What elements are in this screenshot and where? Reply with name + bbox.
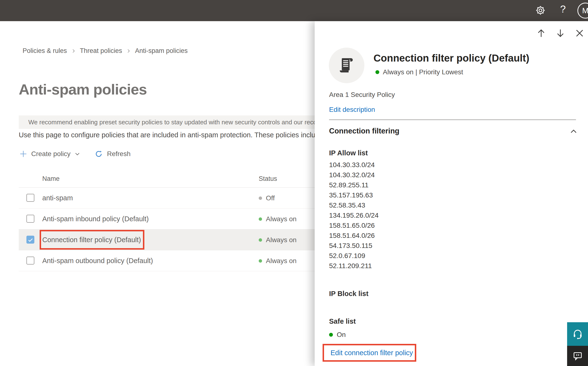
policy-description: Area 1 Security Policy [329, 91, 395, 99]
status-label: Always on [266, 215, 297, 223]
status-dot [259, 217, 262, 221]
column-header-status[interactable]: Status [259, 175, 277, 183]
feedback-button[interactable] [567, 346, 588, 366]
table-header: Name Status [19, 171, 324, 188]
annotation-box: Edit connection filter policy [323, 344, 416, 362]
policy-table: Name Status anti-spam Off Anti-spam inbo… [19, 171, 324, 271]
refresh-label: Refresh [107, 150, 130, 158]
policy-name: anti-spam [42, 194, 73, 202]
status-dot [259, 197, 262, 200]
ip-allow-entry: 35.157.195.63 [329, 190, 379, 200]
edit-description-link[interactable]: Edit description [329, 106, 375, 114]
row-checkbox[interactable] [26, 257, 34, 265]
panel-navigation [536, 28, 585, 38]
ip-allow-entry: 104.30.32.0/24 [329, 170, 379, 180]
ip-block-list-title: IP Block list [329, 290, 368, 298]
row-checkbox[interactable] [26, 236, 34, 244]
banner-text: We recommend enabling preset security po… [28, 119, 315, 126]
chevron-up-icon[interactable] [569, 127, 578, 136]
next-item-icon[interactable] [555, 28, 566, 38]
policy-name: Anti-spam outbound policy (Default) [42, 257, 153, 265]
status-label: Always on [266, 257, 297, 265]
status-label: Off [266, 194, 275, 202]
breadcrumb: Policies & rules Threat policies Anti-sp… [22, 47, 188, 55]
recommendation-banner: We recommend enabling preset security po… [19, 115, 315, 129]
chevron-down-icon [74, 151, 81, 157]
refresh-icon [94, 150, 103, 158]
check-icon [28, 237, 33, 243]
breadcrumb-threat-policies[interactable]: Threat policies [80, 47, 122, 55]
row-checkbox[interactable] [26, 194, 34, 202]
row-checkbox[interactable] [26, 215, 34, 223]
ip-allow-entry: 52.11.209.211 [329, 261, 379, 271]
settings-icon[interactable] [535, 5, 546, 16]
chevron-right-icon [126, 48, 131, 54]
table-row[interactable]: Anti-spam inbound policy (Default) Alway… [19, 208, 324, 229]
ip-allow-entry: 54.173.50.115 [329, 240, 379, 251]
ip-allow-entry: 158.51.65.0/26 [329, 220, 379, 230]
help-icon[interactable]: ? [560, 3, 566, 15]
table-row[interactable]: Anti-spam outbound policy (Default) Alwa… [19, 250, 324, 271]
status-dot [259, 238, 262, 242]
policy-name: Connection filter policy (Default) [42, 236, 141, 244]
ip-allow-entry: 52.0.67.109 [329, 251, 379, 261]
ip-allow-entry: 52.89.255.11 [329, 180, 379, 190]
panel-status-label: Always on | Priority Lowest [383, 68, 463, 76]
refresh-button[interactable]: Refresh [94, 150, 130, 158]
divider [329, 120, 576, 120]
plus-icon [19, 150, 27, 158]
create-policy-label: Create policy [31, 150, 70, 158]
status-label: Always on [266, 236, 297, 244]
panel-title: Connection filter policy (Default) [374, 53, 529, 64]
ip-allow-entry: 134.195.26.0/24 [329, 210, 379, 220]
top-app-bar: ? M [0, 0, 588, 21]
status-dot [329, 333, 333, 337]
ip-allow-list: 104.30.33.0/24 104.30.32.0/24 52.89.255.… [329, 160, 379, 271]
ip-allow-list-title: IP Allow list [329, 149, 368, 157]
previous-item-icon[interactable] [536, 28, 546, 38]
support-button[interactable] [567, 322, 588, 346]
breadcrumb-policies-rules[interactable]: Policies & rules [22, 47, 67, 55]
safe-list-status-label: On [337, 331, 346, 339]
policy-status: Off [259, 194, 275, 202]
ip-allow-entry: 158.51.64.0/26 [329, 230, 379, 240]
page-title: Anti-spam policies [19, 81, 147, 98]
column-header-name[interactable]: Name [42, 175, 59, 183]
ip-allow-entry: 104.30.33.0/24 [329, 160, 379, 170]
safe-list-title: Safe list [329, 317, 356, 325]
safe-list-status: On [329, 331, 346, 339]
page-description: Use this page to configure policies that… [19, 131, 315, 139]
policy-status: Always on [259, 236, 297, 244]
breadcrumb-anti-spam-policies: Anti-spam policies [135, 47, 188, 55]
panel-status-line: Always on | Priority Lowest [375, 68, 463, 76]
ip-allow-entry: 52.58.35.43 [329, 200, 379, 210]
policy-status: Always on [259, 215, 297, 223]
status-dot [259, 259, 262, 263]
table-row-selected[interactable]: Connection filter policy (Default) Alway… [19, 229, 324, 250]
section-title-connection-filtering: Connection filtering [329, 127, 399, 135]
policy-details-panel: Connection filter policy (Default) Alway… [315, 21, 588, 366]
create-policy-button[interactable]: Create policy [19, 150, 81, 158]
status-dot [375, 70, 379, 74]
chevron-right-icon [71, 48, 76, 54]
edit-connection-filter-policy-link[interactable]: Edit connection filter policy [331, 349, 413, 357]
headset-icon [572, 328, 583, 340]
policy-status: Always on [259, 257, 297, 265]
toolbar: Create policy Refresh [19, 150, 130, 158]
policy-icon-circle [329, 48, 364, 83]
close-icon[interactable] [574, 28, 585, 38]
scroll-icon [337, 56, 356, 75]
policy-name: Anti-spam inbound policy (Default) [42, 215, 149, 223]
account-avatar[interactable]: M [577, 3, 588, 18]
chat-bubble-icon [572, 350, 583, 361]
table-row[interactable]: anti-spam Off [19, 188, 324, 208]
